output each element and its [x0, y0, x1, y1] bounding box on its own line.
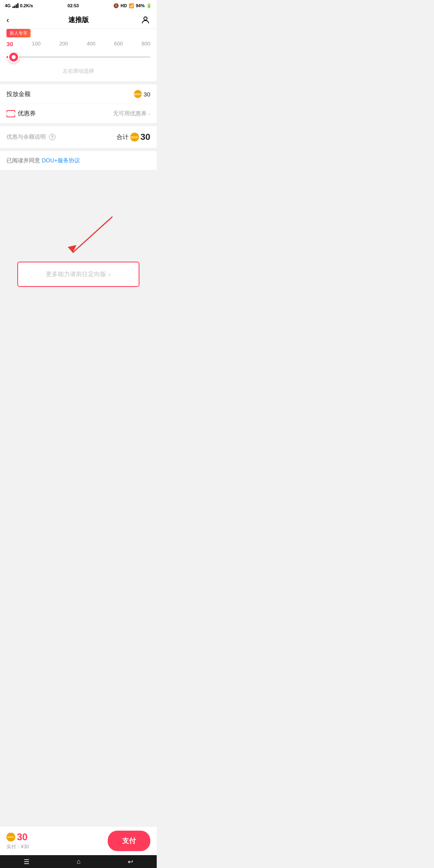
help-icon[interactable]: ? [49, 134, 55, 140]
annotation-area: 更多能力请前往定向版 › [0, 205, 157, 295]
hd-label: HD [121, 3, 127, 8]
amount-row: 投放金额 DOU+ 30 [0, 84, 157, 104]
summary-left: 优惠与余额说明 ? [6, 133, 55, 141]
amount-label: 投放金额 [6, 90, 31, 98]
notification-bell: 🔕 [113, 3, 119, 8]
total-label: 合计 [117, 133, 129, 141]
signal-bar-4 [17, 3, 18, 8]
back-button[interactable]: ‹ [6, 15, 19, 25]
slider-hint: 左右滑动选择 [6, 68, 150, 75]
slider-track[interactable] [6, 50, 150, 64]
slider-thumb[interactable] [8, 51, 19, 63]
agreement-prefix: 已阅读并同意 [6, 157, 42, 164]
status-bar: 4G 0.2K/s 02:53 🔕 HD 📶 94% 🔋 [0, 0, 157, 11]
network-speed: 0.2K/s [20, 3, 33, 8]
signal-bar-3 [16, 4, 17, 8]
user-icon [141, 15, 150, 25]
summary-right: 合计 DOU+ 30 [117, 132, 150, 142]
bottom-spacer [0, 295, 157, 335]
wifi-icon: 📶 [129, 3, 134, 8]
slider-label-30: 30 [6, 41, 13, 47]
slider-track-bg [6, 56, 150, 58]
status-right: 🔕 HD 📶 94% 🔋 [113, 3, 152, 8]
svg-point-0 [144, 17, 147, 20]
svg-marker-2 [68, 245, 77, 253]
summary-section: 优惠与余额说明 ? 合计 DOU+ 30 [0, 126, 157, 148]
slider-label-200: 200 [59, 41, 68, 47]
slider-label-100: 100 [32, 41, 41, 47]
status-left: 4G 0.2K/s [5, 3, 33, 8]
red-arrow-annotation [6, 213, 150, 262]
slider-section: 新人专享 30 100 200 400 600 800 左右滑动选择 [0, 29, 157, 81]
summary-row: 优惠与余额说明 ? 合计 DOU+ 30 [6, 132, 150, 142]
info-section: 投放金额 DOU+ 30 优惠券 无可用优惠券 › [0, 84, 157, 123]
slider-label-400: 400 [87, 41, 96, 47]
coin-badge-amount: DOU+ [134, 90, 142, 98]
discount-label: 优惠与余额说明 [6, 133, 46, 141]
coupon-label: 优惠券 [6, 110, 36, 117]
amount-value: 30 [143, 91, 150, 98]
promo-tag: 新人专享 [6, 29, 31, 37]
middle-space [0, 173, 157, 205]
coupon-row[interactable]: 优惠券 无可用优惠券 › [0, 104, 157, 123]
signal-bar-2 [14, 6, 15, 8]
page-title: 速推版 [68, 15, 89, 25]
signal-bar-1 [12, 6, 14, 8]
signal-bars [12, 3, 18, 8]
coupon-right: 无可用优惠券 › [113, 110, 150, 117]
slider-label-800: 800 [141, 41, 150, 47]
svg-line-1 [73, 217, 113, 253]
battery-percent: 94% [136, 3, 145, 8]
coupon-icon [6, 110, 15, 117]
user-button[interactable] [137, 15, 150, 25]
slider-labels: 30 100 200 400 600 800 [6, 41, 150, 47]
slider-label-600: 600 [114, 41, 123, 47]
total-value: 30 [141, 132, 150, 142]
agreement-link[interactable]: DOU+服务协议 [42, 157, 80, 164]
amount-right: DOU+ 30 [134, 90, 150, 98]
battery-icon: 🔋 [146, 3, 152, 8]
nav-bar: ‹ 速推版 [0, 11, 157, 29]
time-display: 02:53 [68, 3, 79, 8]
agreement-section: 已阅读并同意 DOU+服务协议 [0, 151, 157, 170]
more-features-text: 更多能力请前往定向版 [46, 270, 106, 278]
coupon-chevron-icon: › [148, 111, 150, 117]
coin-badge-total: DOU+ [130, 133, 139, 141]
coupon-value: 无可用优惠券 [113, 110, 147, 117]
network-label: 4G [5, 3, 11, 8]
more-features-arrow-icon: › [108, 271, 111, 278]
more-features-button[interactable]: 更多能力请前往定向版 › [17, 262, 139, 287]
